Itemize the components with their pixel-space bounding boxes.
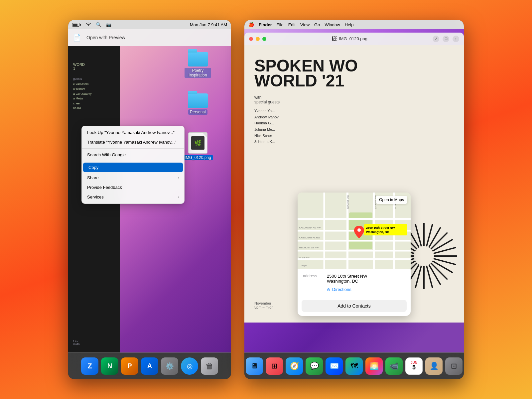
dock-icon-facetime[interactable]: 📹	[385, 357, 403, 375]
dock-icon-appstore[interactable]: A	[141, 357, 158, 375]
dock-icon-siri[interactable]: ◎	[181, 357, 198, 375]
battery-fill	[73, 24, 77, 26]
dock-icon-messages[interactable]: 💬	[306, 357, 323, 375]
help-menu-item[interactable]: Help	[345, 22, 354, 27]
directions-icon: ⊙	[327, 287, 330, 292]
safari-dock-icon: 🧭	[290, 362, 299, 370]
fullscreen-window-btn[interactable]: ⊡	[443, 36, 449, 42]
siri-icon-label: ◎	[187, 362, 193, 370]
dock-icon-photos[interactable]: 🌅	[365, 357, 383, 375]
messages-dock-icon: 💬	[310, 362, 319, 370]
dock-icon-maps[interactable]: 🗺	[345, 357, 363, 375]
personal-label: Personal	[188, 109, 207, 115]
share-window-btn[interactable]: ↗	[433, 36, 439, 42]
context-separator-2	[82, 161, 184, 161]
services-chevron: ›	[178, 195, 179, 199]
window-close-button[interactable]	[249, 37, 253, 41]
right-menu-bar: 🍎 Finder File Edit View Go Window Help	[244, 20, 464, 29]
svg-text:Legal: Legal	[301, 264, 307, 267]
desktop-icon-poetry-inspiration[interactable]: Poetry Inspiration	[185, 49, 211, 78]
context-menu-copy[interactable]: Copy	[83, 163, 183, 172]
sysprefs-icon-label: ⚙️	[166, 362, 174, 370]
facetime-dock-icon: 📹	[390, 362, 399, 370]
zoom-icon-label: Z	[87, 362, 92, 370]
calendar-dock-icon: JUN5	[411, 361, 417, 371]
svg-text:KALORAMA RD NW: KALORAMA RD NW	[299, 226, 321, 229]
dock-icon-numbers[interactable]: N	[101, 357, 118, 375]
poster-date: r 10midni	[73, 339, 115, 346]
dock-icon-trash[interactable]: 🗑	[201, 357, 218, 375]
numbers-icon-label: N	[107, 362, 112, 370]
folder-tab-personal	[188, 91, 197, 94]
finder-window-title: IMG_0120.png	[339, 36, 367, 41]
context-menu-share[interactable]: Share ›	[82, 173, 184, 183]
context-menu-search-google[interactable]: Search With Google	[82, 150, 184, 160]
context-menu-feedback[interactable]: Provide Feedback	[82, 183, 184, 192]
window-minimize-button[interactable]	[256, 37, 260, 41]
folder-personal-icon	[188, 91, 208, 108]
context-menu-services[interactable]: Services ›	[82, 192, 184, 202]
svg-text:W ST NW: W ST NW	[299, 256, 310, 259]
context-menu-translate[interactable]: Translate "Yvonne Yamasaki Andrew Ivanov…	[82, 137, 184, 147]
battery-indicator	[72, 23, 81, 27]
view-menu-item[interactable]: View	[300, 22, 310, 27]
go-menu-item[interactable]: Go	[314, 22, 320, 27]
menu-bar-right-section: Mon Jun 7 9:41 AM	[190, 22, 227, 27]
dock-icon-finder[interactable]: 🖥	[246, 357, 263, 375]
add-to-contacts-button[interactable]: Add to Contacts	[302, 300, 407, 312]
dock-icon-multitasking[interactable]: ⊡	[445, 357, 463, 375]
dock-icon-contacts[interactable]: 👤	[425, 357, 443, 375]
map-info-area: address 2500 16th Street NW Washington, …	[298, 269, 411, 297]
export-window-btn[interactable]: ↑	[453, 36, 459, 42]
directions-link[interactable]: ⊙ Directions	[327, 287, 405, 292]
apple-logo: 🍎	[248, 22, 254, 27]
desktop-icon-img0120[interactable]: 🌿 IMG_0120.png	[185, 132, 211, 160]
dock-icon-pages[interactable]: P	[121, 357, 138, 375]
trash-icon-label: 🗑	[205, 361, 213, 371]
dock-icon-sysprefs[interactable]: ⚙️	[161, 357, 178, 375]
dock-icon-zoom[interactable]: Z	[81, 357, 98, 375]
file-menu-item[interactable]: File	[277, 22, 284, 27]
dock-icon-calendar[interactable]: JUN5	[405, 357, 423, 375]
services-label: Services	[87, 195, 104, 200]
copy-label: Copy	[88, 165, 98, 170]
open-with-preview-bar[interactable]: 📄 Open with Preview	[68, 29, 231, 46]
folder-body	[188, 52, 208, 66]
finder-menu-item[interactable]: Finder	[259, 22, 272, 27]
photos-dock-icon: 🌅	[370, 362, 379, 370]
right-desktop: 🖼 IMG_0120.png ↗ ⊡ ↑	[244, 29, 464, 352]
screenshot-icon[interactable]: 📷	[106, 22, 111, 27]
svg-point-12	[414, 246, 434, 266]
context-menu-look-up[interactable]: Look Up "Yvonne Yamasaki Andrew Ivanov..…	[82, 128, 184, 137]
svg-text:2500 16th Street NW: 2500 16th Street NW	[366, 226, 395, 229]
desktop-icon-personal[interactable]: Personal	[185, 91, 211, 115]
svg-text:Washington, DC: Washington, DC	[366, 230, 389, 234]
menu-bar-left-section: 🔍 📷	[72, 22, 111, 27]
poster-guests-label: guests	[73, 77, 115, 80]
special-guests-names: Yvonne Ya... Andrew Ivanov Haditha G... …	[254, 108, 454, 145]
context-separator-1	[82, 148, 184, 149]
map-svg: KALORAMA RD NW CHAPIN ST NW CRESCENT PL …	[298, 193, 411, 269]
maps-dock-icon: 🗺	[350, 362, 358, 370]
battery-body	[72, 23, 79, 27]
open-in-maps-button[interactable]: Open in Maps	[376, 196, 407, 204]
address-line1: 2500 16th Street NW	[327, 274, 367, 279]
search-icon[interactable]: 🔍	[96, 22, 101, 27]
address-key-label: address	[303, 274, 323, 284]
folder-body-personal	[188, 93, 208, 108]
finder-window-actions: ↗ ⊡ ↑	[433, 36, 459, 42]
dock-icon-launchpad[interactable]: ⊞	[266, 357, 283, 375]
share-label: Share	[87, 175, 99, 180]
file-thumbnail: 🌿	[191, 136, 204, 150]
left-desktop: 📄 Open with Preview WORD 1 guests e Yama…	[68, 29, 231, 352]
left-dock: Z N P A ⚙️ ◎ 🗑	[68, 352, 231, 379]
dock-icon-mail[interactable]: ✉️	[326, 357, 343, 375]
finder-dock-icon: 🖥	[251, 362, 258, 370]
right-dock: 🖥 ⊞ 🧭 💬 ✉️ 🗺 🌅 📹 J	[244, 352, 464, 379]
edit-menu-item[interactable]: Edit	[288, 22, 296, 27]
pages-icon-label: P	[127, 362, 132, 370]
dock-icon-safari[interactable]: 🧭	[286, 357, 303, 375]
appstore-icon-label: A	[147, 362, 152, 370]
window-zoom-button[interactable]	[262, 37, 266, 41]
window-menu-item[interactable]: Window	[325, 22, 340, 27]
